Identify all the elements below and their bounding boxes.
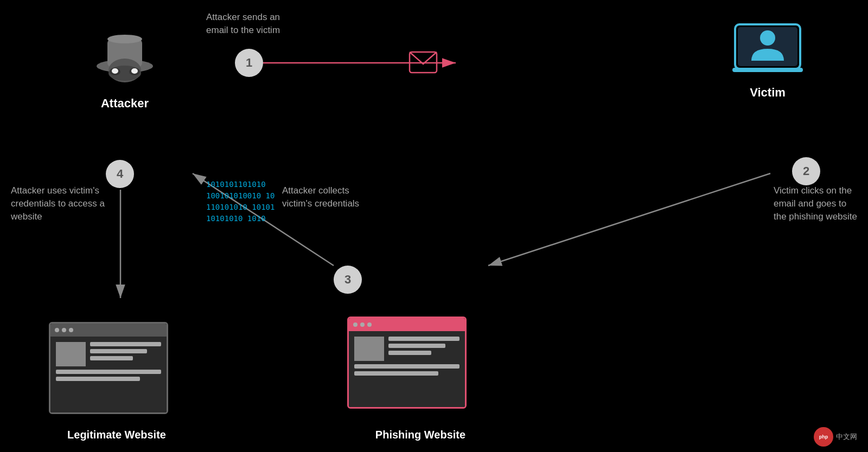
- step-3-circle: 3: [334, 266, 362, 294]
- step-2-circle: 2: [792, 157, 820, 185]
- content-row: [56, 342, 161, 366]
- p-img-block: [354, 337, 384, 361]
- victim-label: Victim: [750, 86, 786, 100]
- victim-icon: [732, 22, 803, 81]
- p-bline2: [354, 371, 438, 376]
- attacker-label: Attacker: [101, 96, 149, 111]
- legit-website-label: Legitimate Website: [49, 429, 184, 441]
- step-2-label: Victim clicks on theemail and goes tothe…: [774, 184, 857, 223]
- pdot1: [353, 322, 358, 327]
- img-block: [56, 342, 86, 366]
- php-logo: php 中文网: [814, 427, 857, 447]
- p-content-row: [354, 337, 459, 361]
- phishing-titlebar: [349, 318, 465, 331]
- dot1: [55, 328, 59, 332]
- bottom-lines: [56, 370, 161, 381]
- binary-text: 1010101101010100101010010 10110101010 10…: [206, 179, 275, 224]
- attacker-figure: Attacker: [92, 27, 157, 111]
- php-badge: php: [814, 427, 833, 447]
- line1: [90, 342, 161, 346]
- attacker-icon: [92, 27, 157, 92]
- attacker-collects-label: Attacker collectsvictim's credentials: [282, 184, 359, 210]
- text-lines: [90, 342, 161, 360]
- p-text-lines: [388, 337, 459, 355]
- phishing-body: [349, 331, 465, 407]
- svg-point-15: [112, 68, 118, 74]
- step-1-label: Attacker sends anemail to the victim: [206, 11, 280, 37]
- svg-rect-4: [410, 52, 437, 73]
- phishing-website-label: Phishing Website: [347, 429, 494, 441]
- legit-browser-window: [49, 322, 168, 414]
- legit-website: [49, 322, 168, 414]
- phishing-website: [347, 317, 467, 409]
- svg-point-19: [760, 30, 775, 46]
- p-bline1: [354, 364, 459, 369]
- php-text: 中文网: [836, 432, 857, 442]
- step-4-circle: 4: [106, 160, 134, 188]
- p-line3: [388, 351, 431, 355]
- step-1-circle: 1: [235, 49, 263, 77]
- bline1: [56, 370, 161, 374]
- svg-point-10: [107, 35, 142, 43]
- dot3: [69, 328, 73, 332]
- phishing-browser-window: [347, 317, 467, 409]
- step-4-label: Attacker uses victim's credentials to ac…: [11, 184, 108, 223]
- p-line1: [388, 337, 459, 341]
- dot2: [62, 328, 66, 332]
- svg-line-5: [488, 173, 770, 266]
- legit-titlebar: [50, 324, 167, 337]
- bline2: [56, 377, 140, 381]
- victim-figure: Victim: [732, 22, 803, 100]
- p-bottom-lines: [354, 364, 459, 376]
- legit-body: [50, 337, 167, 412]
- line3: [90, 356, 133, 360]
- diagram-container: Attacker Victim 1 Attacker sends anemail…: [0, 0, 868, 452]
- pdot2: [360, 322, 365, 327]
- pdot3: [367, 322, 372, 327]
- svg-point-16: [131, 68, 138, 74]
- line2: [90, 349, 147, 353]
- p-line2: [388, 344, 445, 348]
- svg-rect-20: [732, 68, 803, 72]
